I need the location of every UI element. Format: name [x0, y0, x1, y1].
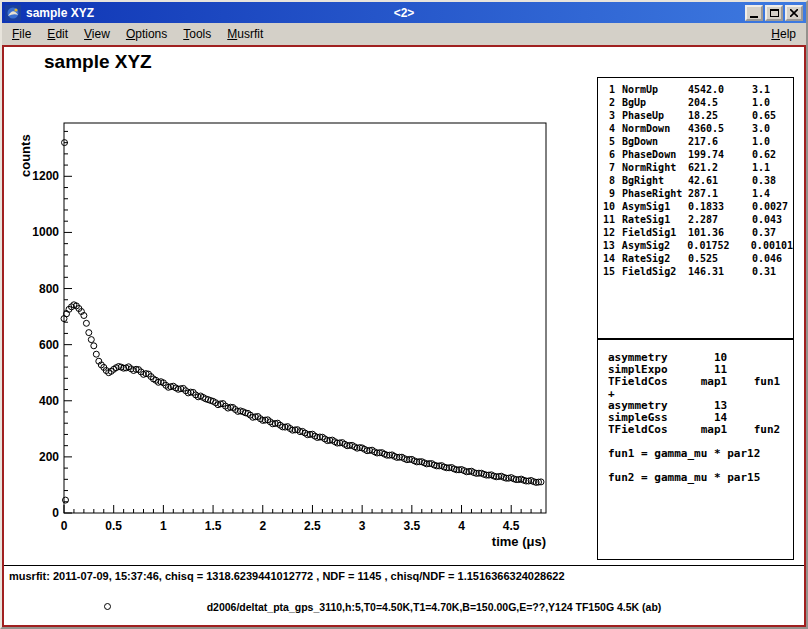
menu-tools[interactable]: Tools: [175, 24, 219, 44]
param-value: 621.2: [688, 161, 752, 174]
param-name: BgUp: [622, 96, 688, 109]
param-name: RateSig1: [622, 213, 688, 226]
param-index: 9: [598, 187, 615, 200]
x-tick-label: 1.5: [205, 519, 222, 533]
param-row: 6PhaseDown199.740.62: [598, 148, 793, 161]
param-row: 3PhaseUp18.250.65: [598, 109, 793, 122]
param-name: PhaseRight: [622, 187, 688, 200]
menu-file[interactable]: File: [4, 24, 39, 44]
param-row: 4NormDown4360.53.0: [598, 122, 793, 135]
minimize-icon: [750, 16, 758, 18]
param-index: 10: [598, 200, 615, 213]
param-value: 199.74: [688, 148, 752, 161]
menu-edit[interactable]: Edit: [39, 24, 76, 44]
param-error: 3.1: [752, 83, 793, 96]
y-tick-label: 600: [39, 338, 59, 352]
canvas-title: sample XYZ: [44, 51, 152, 73]
param-error: 0.0027: [752, 200, 793, 213]
fit-info-line: musrfit: 2011-07-09, 15:37:46, chisq = 1…: [9, 570, 565, 582]
param-value: 4360.5: [688, 122, 752, 135]
param-index: 6: [598, 148, 615, 161]
menubar: FileEditViewOptionsToolsMusrfitHelp: [2, 23, 806, 45]
param-value: 0.01752: [687, 239, 751, 252]
scatter-points: [61, 140, 544, 504]
param-index: 4: [598, 122, 615, 135]
x-tick-label: 4: [458, 519, 465, 533]
close-button[interactable]: [785, 5, 803, 21]
param-error: 1.0: [752, 135, 793, 148]
param-name: NormDown: [622, 122, 688, 135]
param-row: 8BgRight42.610.38: [598, 174, 793, 187]
param-name: FieldSig2: [622, 265, 688, 278]
param-name: BgDown: [622, 135, 688, 148]
param-error: 1.0: [752, 96, 793, 109]
theory-line: TFieldCos map1 fun1: [608, 376, 793, 388]
menu-options[interactable]: Options: [118, 24, 175, 44]
param-index: 8: [598, 174, 615, 187]
legend[interactable]: d2006/deltat_pta_gps_3110,h:5,T0=4.50K,T…: [4, 598, 804, 618]
x-tick-label: 0.5: [105, 519, 122, 533]
param-row: 1NormUp4542.03.1: [598, 83, 793, 96]
theory-line: fun1 = gamma_mu * par12: [608, 448, 793, 460]
theory-line: TFieldCos map1 fun2: [608, 424, 793, 436]
plot-frame[interactable]: [64, 123, 546, 513]
param-error: 0.00101: [751, 239, 793, 252]
param-value: 2.287: [688, 213, 752, 226]
minimize-button[interactable]: [745, 5, 763, 21]
param-index: 11: [598, 213, 615, 226]
param-row: 13AsymSig20.017520.00101: [598, 239, 793, 252]
close-icon: [790, 9, 798, 17]
param-error: 0.046: [752, 252, 793, 265]
param-index: 5: [598, 135, 615, 148]
param-name: BgRight: [622, 174, 688, 187]
plot-area[interactable]: 00.511.522.533.544.502004006008001000120…: [20, 113, 556, 549]
param-error: 1.1: [752, 161, 793, 174]
param-error: 0.62: [752, 148, 793, 161]
y-tick-label: 0: [52, 506, 59, 520]
param-row: 12FieldSig1101.360.37: [598, 226, 793, 239]
maximize-icon: [770, 9, 779, 17]
param-name: RateSig2: [622, 252, 688, 265]
maximize-button[interactable]: [765, 5, 783, 21]
param-name: NormRight: [622, 161, 688, 174]
param-value: 204.5: [688, 96, 752, 109]
x-tick-label: 3: [359, 519, 366, 533]
param-error: 0.043: [752, 213, 793, 226]
root-canvas[interactable]: sample XYZ 00.511.522.533.544.5020040060…: [2, 45, 806, 627]
menu-help[interactable]: Help: [763, 24, 804, 44]
param-row: 7NormRight621.21.1: [598, 161, 793, 174]
param-error: 3.0: [752, 122, 793, 135]
param-row: 10AsymSig10.18330.0027: [598, 200, 793, 213]
param-index: 1: [598, 83, 615, 96]
param-name: FieldSig1: [622, 226, 688, 239]
y-tick-label: 1200: [32, 169, 59, 183]
param-value: 18.25: [688, 109, 752, 122]
param-row: 2BgUp204.51.0: [598, 96, 793, 109]
param-index: 7: [598, 161, 615, 174]
parameter-pave[interactable]: 1NormUp4542.03.12BgUp204.51.03PhaseUp18.…: [597, 77, 794, 339]
param-index: 12: [598, 226, 615, 239]
param-value: 101.36: [688, 226, 752, 239]
app-window: sample XYZ <2> FileEditViewOptionsToolsM…: [0, 0, 808, 629]
param-row: 9PhaseRight287.11.4: [598, 187, 793, 200]
theory-line: fun2 = gamma_mu * par15: [608, 472, 793, 484]
y-tick-label: 800: [39, 282, 59, 296]
param-row: 11RateSig12.2870.043: [598, 213, 793, 226]
param-value: 287.1: [688, 187, 752, 200]
window-title: sample XYZ: [26, 6, 94, 20]
param-name: AsymSig2: [622, 239, 687, 252]
x-axis-title: time (μs): [492, 534, 546, 549]
y-tick-label: 1000: [32, 225, 59, 239]
menu-view[interactable]: View: [76, 24, 118, 44]
titlebar[interactable]: sample XYZ <2>: [2, 2, 806, 23]
menu-musrfit[interactable]: Musrfit: [219, 24, 271, 44]
x-tick-label: 4.5: [503, 519, 520, 533]
theory-pave[interactable]: asymmetry 10simplExpo 11TFieldCos map1 f…: [597, 339, 794, 560]
param-value: 0.525: [688, 252, 752, 265]
param-index: 2: [598, 96, 615, 109]
param-error: 1.4: [752, 187, 793, 200]
x-tick-label: 0: [61, 519, 68, 533]
param-name: NormUp: [622, 83, 688, 96]
param-value: 217.6: [688, 135, 752, 148]
param-error: 0.31: [752, 265, 793, 278]
